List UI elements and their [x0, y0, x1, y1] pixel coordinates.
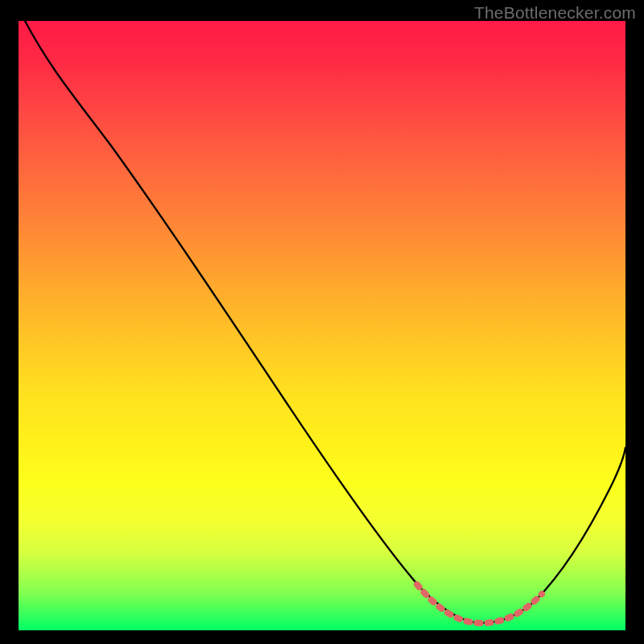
- watermark-text: TheBottlenecker.com: [474, 3, 636, 23]
- chart-svg: [19, 21, 625, 630]
- bottleneck-curve-path: [25, 21, 625, 623]
- optimal-band-path: [417, 584, 542, 623]
- bottleneck-chart: [19, 21, 625, 630]
